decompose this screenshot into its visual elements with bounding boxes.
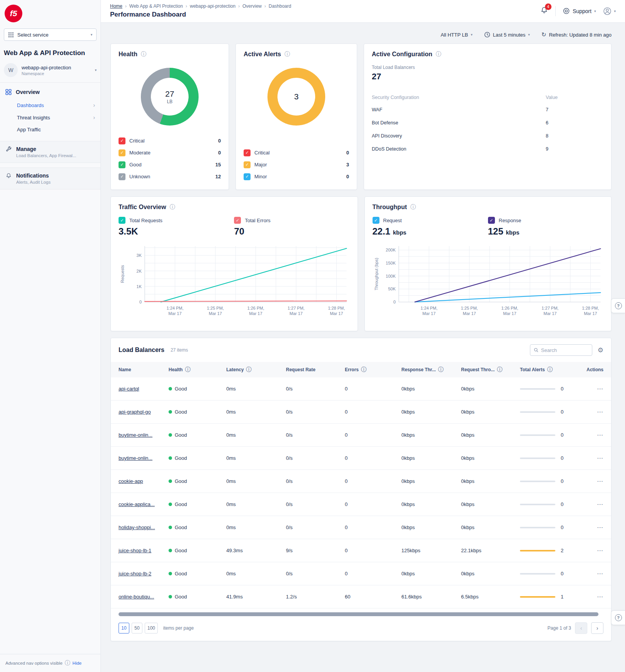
breadcrumb-home[interactable]: Home [110, 3, 122, 9]
search-icon [534, 347, 538, 353]
info-icon[interactable]: ⓘ [436, 51, 441, 58]
row-actions-button[interactable]: ⋯ [597, 385, 603, 392]
breadcrumb-item[interactable]: Web App & API Protection [129, 3, 183, 9]
lb-name-link[interactable]: buytime-onlin... [119, 455, 169, 461]
request-checkbox[interactable]: ✓ [373, 217, 379, 224]
sidebar-item-app-traffic[interactable]: App Traffic [0, 124, 100, 136]
refresh-button[interactable]: ↻ Refresh: Updated 8 min ago [541, 31, 612, 38]
lb-name-link[interactable]: buytime-onlin... [119, 432, 169, 438]
row-actions-button[interactable]: ⋯ [597, 547, 603, 554]
time-range-dropdown[interactable]: Last 5 minutes ▾ [484, 32, 530, 38]
prev-page-button[interactable]: ‹ [575, 622, 587, 634]
notifications-button[interactable]: 4 [540, 6, 548, 16]
response-checkbox[interactable]: ✓ [488, 217, 495, 224]
hide-nav-link[interactable]: Hide [72, 661, 82, 665]
search-input[interactable] [541, 347, 588, 353]
alerts-bar [520, 457, 555, 459]
row-actions-button[interactable]: ⋯ [597, 593, 603, 600]
value-col-header: Value [546, 95, 603, 100]
total-errors-checkbox[interactable]: ✓ [234, 217, 241, 224]
lb-filter-dropdown[interactable]: All HTTP LB ▾ [441, 32, 473, 38]
namespace-selector[interactable]: W webapp-api-protection Namespace ▾ [4, 63, 97, 77]
sidebar-item-manage[interactable]: Manage Load Balancers, App Firewal... [0, 141, 100, 163]
help-button[interactable]: ? [611, 298, 625, 313]
info-icon[interactable]: ⓘ [361, 366, 366, 373]
search-box [530, 344, 592, 356]
lb-name-link[interactable]: cookie-applica... [119, 501, 169, 507]
refresh-icon: ↻ [541, 31, 546, 38]
user-menu[interactable]: ▾ [603, 7, 616, 16]
app-traffic-label: App Traffic [17, 127, 41, 132]
lb-name-link[interactable]: juice-shop-lb-2 [119, 571, 169, 576]
unknown-checkbox[interactable]: ✓ [119, 173, 125, 180]
alerts-bar [520, 388, 555, 390]
breadcrumb-item[interactable]: webapp-api-protection [190, 3, 236, 9]
wrench-icon [5, 146, 12, 152]
row-actions-button[interactable]: ⋯ [597, 408, 603, 416]
svg-text:1:24 PM,: 1:24 PM, [167, 306, 184, 310]
select-service-dropdown[interactable]: Select service ▾ [4, 28, 97, 41]
sidebar-item-overview[interactable]: Overview [0, 83, 100, 99]
total-requests-checkbox[interactable]: ✓ [119, 217, 125, 224]
scrollbar-thumb[interactable] [119, 612, 598, 616]
legend-row: ✓ Critical 0 [244, 147, 349, 159]
row-actions-button[interactable]: ⋯ [597, 570, 603, 577]
svg-text:Mar 17: Mar 17 [543, 311, 556, 316]
info-icon[interactable]: ⓘ [65, 660, 70, 667]
lb-name-link[interactable]: juice-shop-lb-1 [119, 548, 169, 553]
chevron-down-icon: ▾ [614, 9, 616, 13]
sidebar-item-threat-insights[interactable]: Threat Insights › [0, 111, 100, 124]
lb-name-link[interactable]: cookie-app [119, 478, 169, 484]
alerts-bar [520, 504, 555, 505]
manage-label: Manage [16, 146, 76, 152]
sidebar-item-dashboards[interactable]: Dashboards › [0, 99, 100, 111]
lb-name-link[interactable]: api-graphql-go [119, 409, 169, 415]
chevron-down-icon: ▾ [594, 9, 596, 13]
info-icon[interactable]: ⓘ [141, 51, 146, 58]
page-size-10[interactable]: 10 [119, 623, 129, 633]
info-icon[interactable]: ⓘ [170, 204, 175, 211]
lb-name-link[interactable]: api-cartql [119, 386, 169, 392]
lb-name-link[interactable]: online-boutiqu... [119, 594, 169, 600]
row-actions-button[interactable]: ⋯ [597, 501, 603, 508]
svg-text:Mar 17: Mar 17 [169, 311, 182, 316]
lb-name-link[interactable]: holiday-shoppi... [119, 525, 169, 530]
svg-text:Mar 17: Mar 17 [330, 311, 343, 316]
load-balancers-card: Load Balancers 27 items ⚙ [110, 338, 612, 641]
critical-checkbox[interactable]: ✓ [119, 137, 125, 144]
sidebar-item-notifications[interactable]: Notifications Alerts, Audit Logs [0, 168, 100, 189]
svg-text:Mar 17: Mar 17 [503, 311, 516, 316]
next-page-button[interactable]: › [591, 622, 603, 634]
info-icon[interactable]: ⓘ [547, 366, 553, 373]
breadcrumb-item[interactable]: Overview [242, 3, 262, 9]
row-actions-button[interactable]: ⋯ [597, 478, 603, 485]
critical-checkbox[interactable]: ✓ [244, 149, 251, 156]
support-menu[interactable]: Support ▾ [563, 7, 596, 15]
gear-icon[interactable]: ⚙ [598, 346, 603, 354]
overview-label: Overview [16, 89, 40, 95]
row-actions-button[interactable]: ⋯ [597, 454, 603, 462]
table-title: Load Balancers [119, 347, 164, 354]
alerts-bar [520, 481, 555, 482]
page-size-50[interactable]: 50 [132, 623, 142, 633]
help-button[interactable]: ? [611, 610, 625, 625]
row-actions-button[interactable]: ⋯ [597, 431, 603, 439]
info-icon[interactable]: ⓘ [246, 366, 251, 373]
row-actions-button[interactable]: ⋯ [597, 524, 603, 531]
notifications-label: Notifications [16, 173, 51, 179]
info-icon[interactable]: ⓘ [410, 204, 416, 211]
minor-checkbox[interactable]: ✓ [244, 173, 251, 180]
f5-logo-icon[interactable]: f5 [5, 5, 22, 22]
info-icon[interactable]: ⓘ [438, 366, 443, 373]
breadcrumb: Home › Web App & API Protection › webapp… [110, 3, 291, 9]
overview-grid-icon [5, 89, 12, 95]
major-checkbox[interactable]: ✓ [244, 161, 251, 168]
good-checkbox[interactable]: ✓ [119, 161, 125, 168]
info-icon[interactable]: ⓘ [284, 51, 290, 58]
info-icon[interactable]: ⓘ [497, 366, 502, 373]
config-row: WAF 7 [372, 107, 603, 112]
svg-text:Mar 17: Mar 17 [422, 311, 435, 316]
page-size-100[interactable]: 100 [145, 623, 158, 633]
info-icon[interactable]: ⓘ [185, 366, 191, 373]
moderate-checkbox[interactable]: ✓ [119, 149, 125, 156]
